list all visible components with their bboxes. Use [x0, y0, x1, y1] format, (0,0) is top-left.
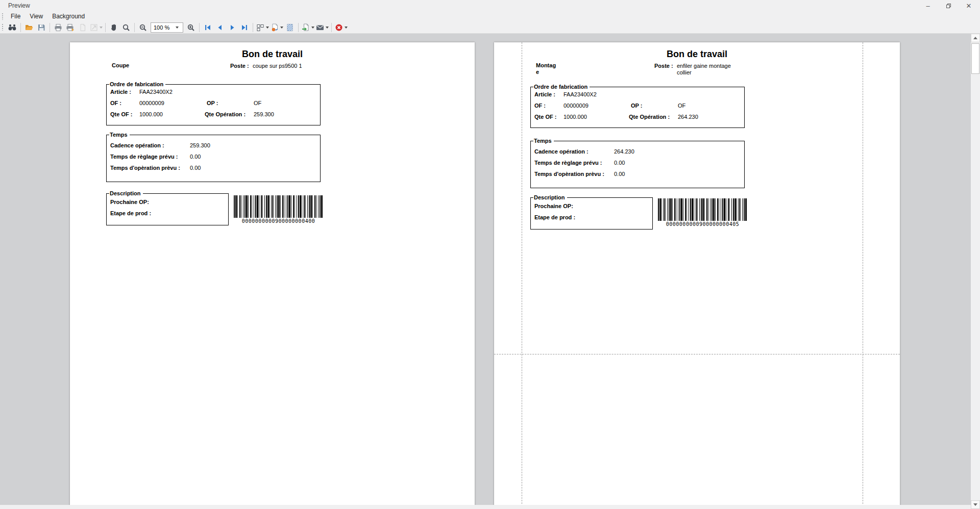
title-bar: Preview – ✕: [0, 0, 980, 11]
cadence-label: Cadence opération :: [534, 148, 589, 155]
multiple-pages-caret[interactable]: [266, 27, 269, 29]
menubar-grip[interactable]: [2, 13, 3, 20]
zoom-input[interactable]: [151, 24, 175, 31]
previous-page-icon: [215, 23, 225, 32]
temps-legend: Temps: [109, 132, 130, 138]
etape-de-prod-label: Etape de prod :: [110, 210, 151, 216]
poste-label: Poste :: [654, 63, 673, 69]
last-page-icon: [240, 23, 249, 32]
find-button[interactable]: [7, 22, 18, 33]
qte-of-label: Qte OF :: [110, 111, 132, 117]
qte-operation-value: 264.230: [678, 114, 698, 120]
hand-tool-button[interactable]: [108, 22, 119, 33]
stop-icon: [334, 23, 344, 32]
poste-label: Poste :: [230, 63, 249, 69]
scroll-down-button[interactable]: [971, 500, 980, 509]
barcode: 0000000000900000000405: [658, 198, 747, 227]
barcode: 0000000000900000000400: [234, 195, 323, 224]
op-value: OF: [678, 103, 685, 109]
cadence-label: Cadence opération :: [110, 142, 164, 148]
send-email-icon: [315, 23, 325, 32]
close-button[interactable]: ✕: [959, 0, 979, 11]
page-color-caret[interactable]: [280, 27, 283, 29]
description-legend: Description: [533, 194, 567, 201]
document-area: Bon de travail Coupe Poste : coupe sur p…: [0, 34, 971, 509]
station-name: Montag e: [536, 62, 556, 75]
page-margin-guide-left: [522, 42, 522, 509]
vertical-scrollbar[interactable]: [971, 34, 980, 509]
save-button[interactable]: [36, 22, 47, 33]
multiple-pages-button[interactable]: [256, 22, 269, 33]
quick-print-button[interactable]: [65, 22, 76, 33]
watermark-button[interactable]: [284, 22, 296, 33]
menu-background[interactable]: Background: [47, 12, 89, 21]
zoom-combobox-caret[interactable]: [176, 27, 179, 29]
zoom-out-button[interactable]: [137, 22, 149, 33]
magnifier-button[interactable]: [120, 22, 132, 33]
page-color-button[interactable]: [270, 22, 283, 33]
article-label: Article :: [110, 89, 131, 95]
page-title: Bon de travail: [70, 49, 475, 60]
page-setup-button[interactable]: [77, 22, 88, 33]
qte-operation-label: Qte Opération :: [205, 111, 246, 117]
report-page-2: Bon de travail Montag e Poste : enfiler …: [494, 42, 900, 509]
qte-of-value: 1000.000: [139, 111, 163, 117]
poste-value: enfiler gaine montage collier: [677, 63, 741, 76]
scale-button[interactable]: [89, 22, 103, 33]
prochaine-op-label: Prochaine OP:: [110, 199, 149, 205]
export-document-icon: [301, 23, 310, 32]
op-label: OP :: [207, 100, 218, 106]
open-button[interactable]: [23, 22, 35, 33]
temps-reglage-label: Temps de règlage prévu :: [534, 160, 602, 166]
quick-print-icon: [66, 23, 75, 32]
restore-button[interactable]: [938, 0, 959, 11]
send-email-caret[interactable]: [326, 27, 329, 29]
ordre-de-fabrication-box: Ordre de fabrication Article : FAA23400X…: [106, 84, 321, 125]
stop-caret[interactable]: [345, 27, 348, 29]
previous-page-button[interactable]: [214, 22, 226, 33]
export-document-caret[interactable]: [311, 27, 314, 29]
menu-view[interactable]: View: [25, 12, 47, 21]
first-page-icon: [203, 23, 212, 32]
stop-button[interactable]: [334, 22, 348, 33]
barcode-number: 0000000000900000000400: [234, 218, 323, 224]
last-page-button[interactable]: [239, 22, 250, 33]
horizontal-scrollbar[interactable]: [0, 505, 971, 509]
print-button[interactable]: [53, 22, 64, 33]
hand-tool-icon: [109, 23, 118, 32]
first-page-button[interactable]: [202, 22, 213, 33]
open-folder-icon: [24, 23, 34, 32]
zoom-in-icon: [186, 23, 195, 32]
send-email-button[interactable]: [315, 22, 329, 33]
toolbar: [0, 21, 980, 34]
minimize-button[interactable]: –: [918, 0, 938, 11]
page-color-icon: [270, 23, 279, 32]
magnifier-icon: [121, 23, 131, 32]
scroll-up-icon: [973, 37, 977, 39]
zoom-in-button[interactable]: [185, 22, 197, 33]
description-legend: Description: [109, 190, 143, 197]
export-document-button[interactable]: [301, 22, 314, 33]
station-name: Coupe: [112, 62, 129, 69]
barcode-number: 0000000000900000000405: [658, 221, 747, 227]
barcode-image: [234, 195, 323, 218]
qte-operation-label: Qte Opération :: [629, 114, 670, 120]
article-label: Article :: [534, 91, 555, 97]
scroll-up-button[interactable]: [971, 34, 980, 42]
scroll-down-icon: [973, 503, 977, 506]
page-break-guide: [494, 354, 900, 354]
temps-operation-label: Temps d'opèration prèvu :: [534, 171, 604, 177]
toolbar-grip[interactable]: [2, 24, 3, 31]
cadence-value: 259.300: [190, 142, 210, 148]
page-title: Bon de travail: [494, 49, 900, 60]
temps-reglage-label: Temps de règlage prévu :: [110, 154, 178, 160]
temps-box: Temps Cadence opération : 264.230 Temps …: [530, 141, 745, 188]
save-icon: [37, 23, 46, 32]
vertical-scrollbar-thumb[interactable]: [971, 43, 979, 74]
next-page-button[interactable]: [227, 22, 238, 33]
temps-reglage-value: 0.00: [190, 154, 201, 160]
temps-operation-value: 0.00: [614, 171, 625, 177]
menu-file[interactable]: File: [6, 12, 25, 21]
etape-de-prod-label: Etape de prod :: [534, 214, 575, 220]
zoom-combobox[interactable]: [151, 22, 183, 33]
